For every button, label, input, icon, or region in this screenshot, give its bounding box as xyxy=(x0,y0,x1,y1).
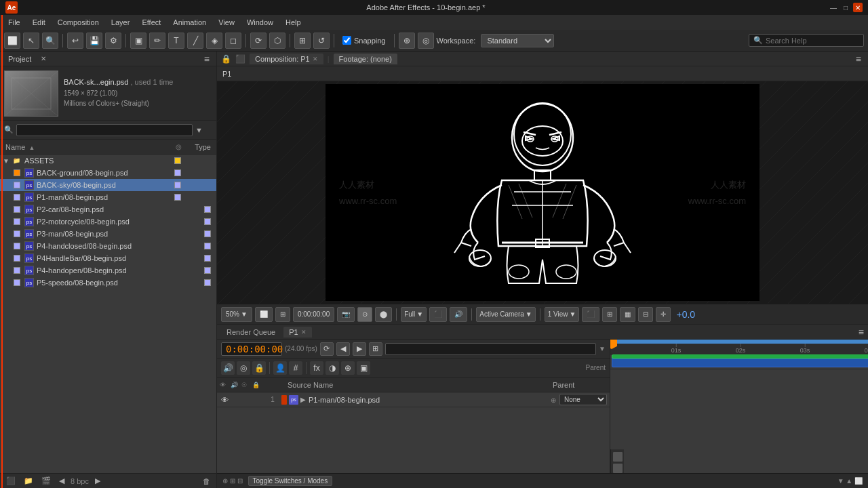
next-button[interactable]: ▶ xyxy=(93,476,102,486)
viewer-guides-button[interactable]: ✛ xyxy=(656,307,671,322)
tl-search-dropdown[interactable]: ▼ xyxy=(599,345,606,352)
tl-icon-motion-blur[interactable]: ◑ xyxy=(326,361,339,375)
layer-visibility-button[interactable]: 👁 xyxy=(220,395,229,405)
tl-icon-shy[interactable]: 👤 xyxy=(273,361,287,375)
toolbar-clone-button[interactable]: ◈ xyxy=(206,33,222,49)
menu-composition[interactable]: Composition xyxy=(52,17,104,28)
new-comp-button[interactable]: 🎬 xyxy=(39,476,53,486)
toolbar-pointer-button[interactable]: ↖ xyxy=(23,33,39,49)
fast-preview-button[interactable]: ⬛ xyxy=(429,307,447,322)
snapping-checkbox[interactable] xyxy=(342,36,351,45)
list-item[interactable]: ps P4-handopen/08-begin.psd xyxy=(0,264,216,277)
list-item[interactable]: ps BACK-ground/08-begin.psd xyxy=(0,167,216,179)
project-panel-menu-icon[interactable]: ≡ xyxy=(201,54,212,64)
timeline-track-1[interactable] xyxy=(610,354,868,369)
delete-button[interactable]: 🗑 xyxy=(201,476,212,486)
comp-tab-close-p1[interactable]: ✕ xyxy=(313,56,318,62)
search-type-dropdown[interactable]: ▼ xyxy=(195,126,203,134)
active-camera-dropdown[interactable]: Active Camera ▼ xyxy=(476,307,535,322)
tl-btn-1[interactable]: ⟳ xyxy=(320,342,334,356)
menu-effect[interactable]: Effect xyxy=(136,17,166,28)
toolbar-extra-btn2[interactable]: ◎ xyxy=(418,33,434,49)
maximize-button[interactable]: □ xyxy=(841,3,850,12)
list-item[interactable]: ps P2-motorcycle/08-begin.psd xyxy=(0,216,216,228)
menu-window[interactable]: Window xyxy=(241,17,279,28)
col-header-name[interactable]: Name ▲ xyxy=(3,143,170,151)
minimize-button[interactable]: — xyxy=(829,3,838,12)
layer-lock-button[interactable] xyxy=(254,395,264,405)
menu-layer[interactable]: Layer xyxy=(106,17,136,28)
comp-tab-p1[interactable]: Composition: P1 ✕ xyxy=(250,54,323,64)
tl-opt-icon-2[interactable] xyxy=(613,464,623,473)
workspace-select[interactable]: Standard Minimal Motion Tracking xyxy=(481,34,554,47)
list-item[interactable]: ps P2-car/08-begin.psd xyxy=(0,203,216,216)
layer-expand-arrow[interactable]: ▶ xyxy=(300,396,306,403)
project-tab[interactable]: Project xyxy=(4,54,35,64)
quality-dropdown[interactable]: Full ▼ xyxy=(401,307,427,322)
viewer-grid-button[interactable]: ⊟ xyxy=(638,307,653,322)
mute-button[interactable]: 🔊 xyxy=(450,307,467,322)
list-item[interactable]: ps P4HandleBar/08-begin.psd xyxy=(0,252,216,264)
timeline-playhead-marker[interactable] xyxy=(610,340,617,349)
col-header-type[interactable]: Type xyxy=(186,143,214,151)
viewer-render-button[interactable]: ⊞ xyxy=(602,307,617,322)
show-snapshot-button[interactable]: ⊙ xyxy=(357,307,372,322)
toolbar-brush-button[interactable]: ╱ xyxy=(187,33,203,49)
toolbar-pen-button[interactable]: ✏ xyxy=(149,33,165,49)
tl-icon-fx[interactable]: fx xyxy=(310,361,323,375)
zoom-dropdown[interactable]: 50% ▼ xyxy=(221,307,252,322)
list-item[interactable]: ps P1-man/08-begin.psd xyxy=(0,191,216,203)
toolbar-puppet-button[interactable]: ⬡ xyxy=(269,33,285,49)
project-search-input[interactable] xyxy=(16,124,193,136)
comp-viewer[interactable]: 人人素材 www.rr-sc.com 人人素材 www.rr-sc.com xyxy=(217,81,868,304)
timeline-search-input[interactable] xyxy=(385,343,596,355)
toolbar-save-button[interactable]: 💾 xyxy=(86,33,102,49)
toolbar-orbit-button[interactable]: ↺ xyxy=(313,33,330,49)
tl-btn-3[interactable]: ▶ xyxy=(353,342,366,356)
toggle-switches-modes-button[interactable]: Toggle Switches / Modes xyxy=(248,476,333,486)
layer-parent-select[interactable]: None xyxy=(559,394,607,405)
transparency-button[interactable]: ⬤ xyxy=(375,307,392,322)
list-item[interactable]: ps P5-speedo/08-begin.psd xyxy=(0,277,216,289)
toolbar-eraser-button[interactable]: ◻ xyxy=(225,33,241,49)
tl-icon-audio[interactable]: 🔊 xyxy=(221,361,235,375)
tl-btn-2[interactable]: ◀ xyxy=(336,342,350,356)
toolbar-roto-button[interactable]: ⟳ xyxy=(250,33,267,49)
tl-btn-4[interactable]: ⊞ xyxy=(369,342,382,356)
tl-icon-lock[interactable]: 🔒 xyxy=(252,361,266,375)
toolbar-settings-button[interactable]: ⚙ xyxy=(105,33,121,49)
prev-button[interactable]: ◀ xyxy=(57,476,66,486)
toolbar-search-button[interactable]: 🔍 xyxy=(42,33,58,49)
list-item[interactable]: ▼ 📁 ASSETS xyxy=(0,155,216,167)
timeline-tab-p1[interactable]: P1 ✕ xyxy=(283,327,311,338)
new-folder-button[interactable]: 📁 xyxy=(22,476,35,486)
menu-help[interactable]: Help xyxy=(280,17,307,28)
toolbar-camera-button[interactable]: ⊞ xyxy=(294,33,311,49)
list-item[interactable]: ps BACK-sky/08-begin.psd xyxy=(0,179,216,191)
tl-opt-icon-1[interactable] xyxy=(613,452,623,462)
toolbar-extra-btn[interactable]: ⊕ xyxy=(399,33,415,49)
comp-panel-menu-icon[interactable]: ≡ xyxy=(853,54,864,64)
timeline-panel-menu-icon[interactable]: ≡ xyxy=(859,327,864,338)
menu-file[interactable]: File xyxy=(3,17,26,28)
toolbar-undo-button[interactable]: ↩ xyxy=(67,33,83,49)
menu-edit[interactable]: Edit xyxy=(27,17,51,28)
timeline-tab-close[interactable]: ✕ xyxy=(301,329,307,336)
list-item[interactable]: ps P3-man/08-begin.psd xyxy=(0,228,216,240)
region-button[interactable]: ⊞ xyxy=(275,307,290,322)
tl-icon-adj[interactable]: ⊕ xyxy=(341,361,355,375)
timecode-display[interactable]: 0:00:00:00 xyxy=(293,307,334,322)
timeline-workarea[interactable] xyxy=(612,340,868,344)
toolbar-new-button[interactable]: ⬜ xyxy=(4,33,20,49)
view-dropdown[interactable]: 1 View ▼ xyxy=(545,307,580,322)
render-queue-tab[interactable]: Render Queue xyxy=(221,327,281,338)
viewer-options-button[interactable]: ⬛ xyxy=(582,307,599,322)
tl-icon-3d[interactable]: ▣ xyxy=(357,361,370,375)
toolbar-select-button[interactable]: ▣ xyxy=(130,33,146,49)
menu-view[interactable]: View xyxy=(213,17,240,28)
layer-audio-button[interactable] xyxy=(231,395,241,405)
timeline-timecode[interactable]: 0:00:00:00 xyxy=(221,342,282,356)
close-button[interactable]: ✕ xyxy=(853,3,863,12)
snapshot-button[interactable]: 📷 xyxy=(337,307,355,322)
menu-animation[interactable]: Animation xyxy=(167,17,212,28)
